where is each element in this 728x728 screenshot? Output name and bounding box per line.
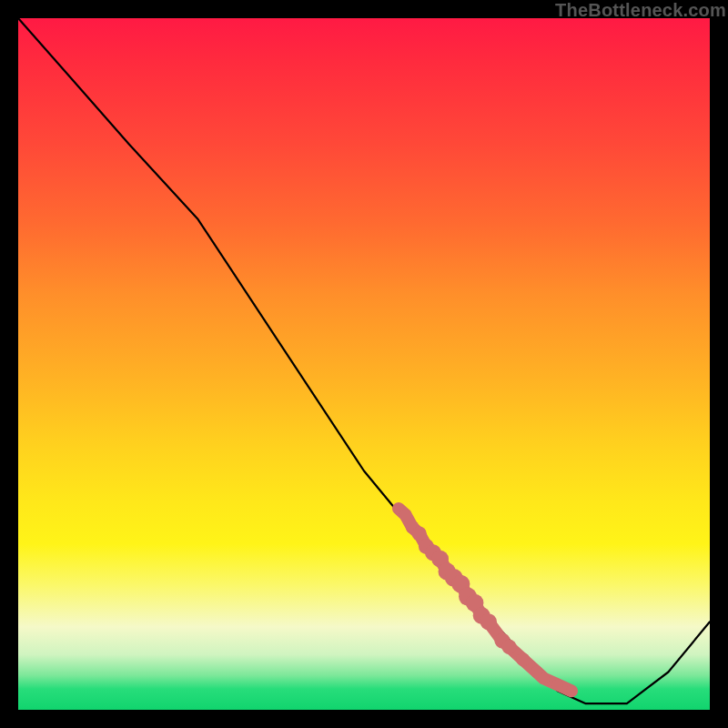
data-point bbox=[516, 652, 530, 666]
data-point bbox=[539, 672, 550, 683]
data-point bbox=[552, 679, 563, 690]
chart-overlay bbox=[18, 18, 710, 710]
data-point bbox=[566, 685, 577, 696]
data-point bbox=[502, 640, 517, 654]
chart-frame bbox=[18, 18, 710, 710]
data-point bbox=[412, 527, 427, 541]
data-point bbox=[399, 509, 411, 521]
bottleneck-curve bbox=[18, 18, 710, 703]
data-point bbox=[480, 613, 497, 630]
data-point-cluster bbox=[393, 503, 577, 696]
